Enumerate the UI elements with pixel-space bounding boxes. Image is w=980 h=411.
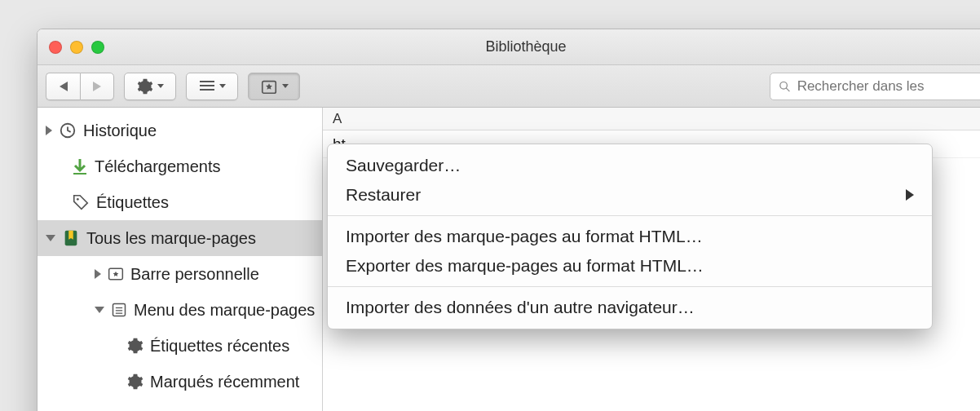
svg-marker-0	[60, 82, 68, 91]
svg-line-7	[786, 87, 789, 91]
back-button[interactable]	[46, 73, 80, 100]
sidebar-item-all-bookmarks[interactable]: Tous les marque-pages	[38, 220, 322, 256]
chevron-down-icon	[219, 84, 226, 88]
sidebar-label: Marqués récemment	[150, 373, 299, 391]
triangle-left-icon	[59, 81, 68, 92]
gear-icon	[137, 78, 153, 95]
menu-label: Sauvegarder…	[346, 156, 914, 175]
sidebar-item-recent-tags[interactable]: Étiquettes récentes	[38, 328, 322, 364]
svg-point-10	[77, 198, 79, 201]
sidebar-label: Téléchargements	[95, 157, 221, 176]
sidebar-label: Menu des marque-pages	[134, 301, 315, 320]
menu-list-icon	[111, 302, 127, 318]
sidebar-item-recently-bookmarked[interactable]: Marqués récemment	[38, 364, 322, 400]
nav-group	[46, 73, 114, 100]
menu-item-import-html[interactable]: Importer des marque-pages au format HTML…	[328, 222, 932, 251]
titlebar: Bibliothèque	[38, 29, 980, 65]
chevron-down-icon	[157, 84, 164, 88]
toolbar-star-icon	[108, 266, 124, 282]
import-export-menu-button[interactable]	[248, 73, 300, 100]
gear-icon	[127, 338, 143, 354]
sidebar-label: Historique	[83, 122, 157, 140]
sidebar-label: Étiquettes récentes	[150, 337, 289, 356]
search-field[interactable]	[770, 73, 980, 100]
disclosure-triangle-icon[interactable]	[46, 235, 55, 241]
search-icon	[779, 80, 791, 93]
menu-label: Importer des données d'un autre navigate…	[346, 298, 914, 317]
views-menu-button[interactable]	[186, 73, 238, 100]
organize-menu-button[interactable]	[124, 73, 176, 100]
svg-rect-3	[200, 85, 214, 86]
sidebar-label: Étiquettes	[96, 193, 169, 212]
star-box-icon	[260, 77, 278, 95]
svg-rect-9	[73, 173, 86, 175]
menu-item-export-html[interactable]: Exporter des marque-pages au format HTML…	[328, 251, 932, 281]
menu-item-backup[interactable]: Sauvegarder…	[328, 151, 932, 180]
menu-label: Importer des marque-pages au format HTML…	[346, 227, 914, 246]
svg-marker-1	[93, 82, 101, 91]
sidebar-item-history[interactable]: Historique	[38, 113, 322, 148]
chevron-down-icon	[282, 84, 289, 88]
disclosure-triangle-icon[interactable]	[46, 126, 52, 135]
toolbar	[38, 65, 980, 108]
menu-separator	[328, 286, 932, 287]
list-lines-icon	[199, 80, 215, 93]
window-title: Bibliothèque	[38, 38, 980, 55]
library-window: Bibliothèque	[37, 29, 980, 411]
download-arrow-icon	[72, 157, 88, 175]
sidebar-item-downloads[interactable]: Téléchargements	[38, 148, 322, 184]
column-header-a[interactable]: A	[323, 108, 980, 130]
import-export-menu: Sauvegarder… Restaurer Importer des marq…	[327, 144, 933, 329]
clock-icon	[59, 122, 77, 139]
svg-point-6	[780, 82, 788, 89]
gear-icon	[127, 373, 143, 390]
bookmark-book-icon	[62, 229, 80, 247]
sidebar-item-bookmarks-toolbar[interactable]: Barre personnelle	[38, 256, 322, 292]
menu-label: Restaurer	[346, 185, 896, 205]
svg-rect-13	[113, 304, 126, 316]
menu-label: Exporter des marque-pages au format HTML…	[346, 256, 914, 276]
triangle-right-icon	[92, 81, 102, 92]
svg-rect-4	[200, 89, 214, 91]
sidebar-label: Barre personnelle	[130, 265, 259, 284]
disclosure-triangle-icon[interactable]	[95, 307, 104, 313]
disclosure-triangle-icon[interactable]	[95, 269, 101, 279]
menu-separator	[328, 215, 932, 216]
svg-rect-2	[200, 81, 214, 82]
menu-item-import-other[interactable]: Importer des données d'un autre navigate…	[328, 293, 932, 322]
sidebar-item-bookmarks-menu[interactable]: Menu des marque-pages	[38, 292, 322, 328]
sidebar-label: Tous les marque-pages	[86, 229, 256, 248]
sidebar-item-tags[interactable]: Étiquettes	[38, 184, 322, 220]
forward-button[interactable]	[80, 73, 114, 100]
submenu-arrow-icon	[906, 189, 914, 201]
menu-item-restore[interactable]: Restaurer	[328, 180, 932, 210]
tag-icon	[72, 193, 90, 211]
search-input[interactable]	[797, 78, 980, 95]
sidebar: Historique Téléchargements Étiquettes To…	[38, 108, 323, 411]
